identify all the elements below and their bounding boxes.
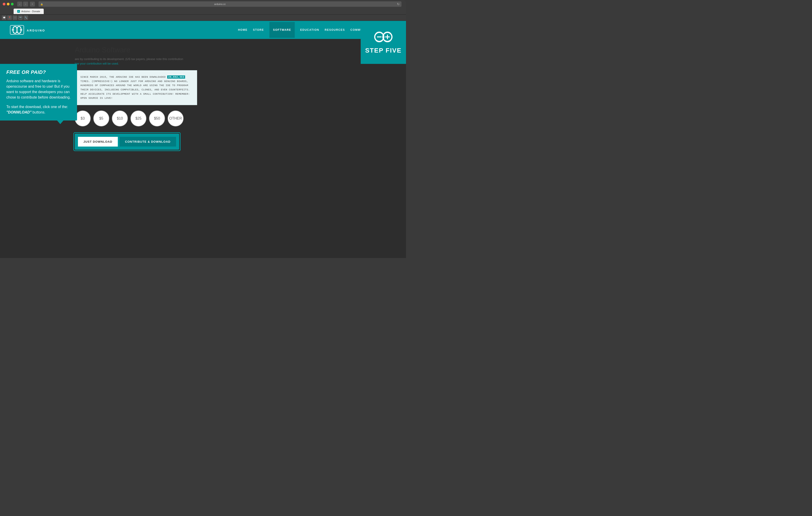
step-five-text: STEP FIVE bbox=[365, 47, 402, 54]
annotation-highlight: "DONWLOAD" bbox=[6, 110, 31, 114]
contribute-download-button[interactable]: CONTRIBUTE & DOWNLOAD bbox=[120, 137, 176, 147]
tab-bar: ∞ Arduino - Donate bbox=[0, 8, 406, 14]
donation-row: $3 $5 $10 $25 $50 OTHER bbox=[75, 111, 395, 126]
stats-text-1: SINCE MARCH 2015, THE ARDUINO IDE HAS BE… bbox=[81, 75, 166, 79]
donation-3[interactable]: $3 bbox=[75, 111, 91, 126]
page-title: Arduino Software bbox=[75, 46, 395, 54]
refresh-button[interactable]: ↻ bbox=[397, 2, 400, 6]
lock-icon: 🔒 bbox=[40, 3, 43, 5]
arduino-logo[interactable]: ARDUINO bbox=[9, 24, 45, 36]
annotation-body: Arduino software and hardware is opensco… bbox=[6, 79, 71, 100]
address-bar[interactable]: 🔒 arduino.cc ↻ bbox=[38, 1, 402, 7]
active-tab[interactable]: ∞ Arduino - Donate bbox=[13, 9, 44, 14]
page-description: are by contributing to its development. … bbox=[75, 57, 211, 66]
annotation-title: FREE OR PAID? bbox=[6, 69, 71, 75]
stats-box: SINCE MARCH 2015, THE ARDUINO IDE HAS BE… bbox=[75, 70, 197, 105]
desc-text1: are by contributing to its development. … bbox=[75, 57, 183, 61]
just-download-button[interactable]: JUST DOWNLOAD bbox=[78, 137, 118, 147]
download-section: JUST DOWNLOAD CONTRIBUTE & DOWNLOAD bbox=[75, 134, 179, 150]
ext-maps[interactable]: 📍 bbox=[7, 16, 12, 20]
ext-tool[interactable]: 🔧 bbox=[24, 16, 28, 20]
step-five-logo bbox=[373, 31, 394, 44]
page-content: Arduino Software are by contributing to … bbox=[75, 46, 395, 150]
minimize-button[interactable] bbox=[7, 3, 9, 5]
close-button[interactable] bbox=[3, 3, 5, 5]
donation-other[interactable]: OTHER bbox=[168, 111, 183, 126]
stats-number: 29,692,463 bbox=[167, 75, 185, 79]
nav-education[interactable]: EDUCATION bbox=[300, 28, 319, 31]
back-button[interactable]: ‹ bbox=[17, 2, 22, 6]
desc-link[interactable]: low your contribution will be used. bbox=[75, 62, 119, 65]
annotation-pointer bbox=[57, 121, 63, 124]
nav-software[interactable]: SOFTWARE bbox=[269, 22, 295, 38]
annotation-body2: To start the download, click one of the:… bbox=[6, 104, 71, 115]
stats-text-2: TIMES. (IMPRESSIVE!) NO LONGER JUST FOR … bbox=[81, 80, 190, 100]
arduino-logo-text: ARDUINO bbox=[27, 29, 45, 32]
main-content: FREE OR PAID? Arduino software and hardw… bbox=[0, 39, 406, 156]
donation-10[interactable]: $10 bbox=[112, 111, 128, 126]
website-content: STEP FIVE ARDUINO bbox=[0, 21, 406, 258]
tab-title: Arduino - Donate bbox=[21, 10, 40, 13]
donation-50[interactable]: $50 bbox=[149, 111, 165, 126]
extensions-bar: 💬 📍 ➕ 📷 🔧 bbox=[0, 14, 406, 21]
ext-camera[interactable]: 📷 bbox=[18, 16, 23, 20]
annotation-body2-prefix: To start the download, click one of the: bbox=[6, 105, 68, 109]
ext-whatsapp[interactable]: 💬 bbox=[2, 16, 6, 20]
nav-home[interactable]: HOME bbox=[238, 28, 248, 31]
traffic-lights bbox=[3, 3, 13, 5]
download-section-wrapper: JUST DOWNLOAD CONTRIBUTE & DOWNLOAD bbox=[75, 134, 179, 150]
donation-5[interactable]: $5 bbox=[93, 111, 109, 126]
annotation-body2-suffix: buttons. bbox=[33, 110, 46, 114]
forward-button[interactable]: › bbox=[23, 2, 28, 6]
annotation-box: FREE OR PAID? Arduino software and hardw… bbox=[0, 64, 77, 121]
browser-window: ‹ › ≡ 🔒 arduino.cc ↻ ∞ Arduino - Donate … bbox=[0, 0, 406, 258]
browser-titlebar: ‹ › ≡ 🔒 arduino.cc ↻ bbox=[0, 0, 406, 8]
maximize-button[interactable] bbox=[11, 3, 13, 5]
url-text: arduino.cc bbox=[45, 3, 396, 5]
reader-button[interactable]: ≡ bbox=[30, 2, 35, 6]
ext-plus[interactable]: ➕ bbox=[13, 16, 17, 20]
donation-25[interactable]: $25 bbox=[130, 111, 146, 126]
nav-buttons: ‹ › bbox=[17, 2, 28, 6]
site-header: ARDUINO HOME STORE SOFTWARE EDUCATION RE… bbox=[0, 21, 406, 39]
tab-favicon: ∞ bbox=[17, 10, 20, 13]
nav-resources[interactable]: RESOURCES bbox=[325, 28, 345, 31]
nav-store[interactable]: STORE bbox=[253, 28, 264, 31]
step-five-overlay: STEP FIVE bbox=[361, 21, 406, 64]
